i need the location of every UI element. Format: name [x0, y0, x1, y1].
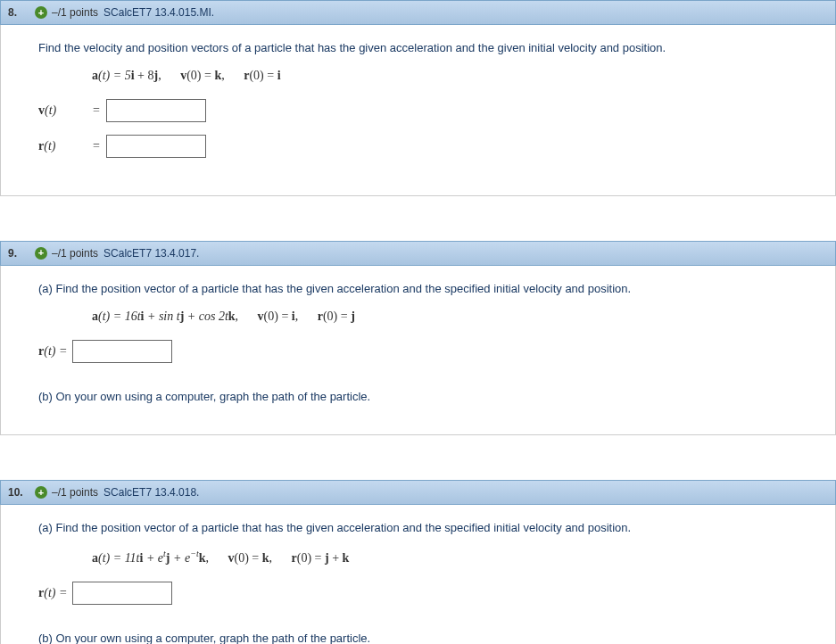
equals-sign: = [87, 139, 106, 153]
question-number: 10. [5, 486, 35, 499]
question-body: (a) Find the position vector of a partic… [0, 505, 836, 644]
equals-sign: = [87, 103, 106, 118]
part-a-label: (a) [38, 521, 56, 534]
answer-label: r(t) = [38, 344, 67, 359]
answer-label: r(t) = [38, 586, 67, 600]
part-b-label: (b) [38, 390, 56, 403]
question-8: 8. + –/1 points SCalcET7 13.4.015.MI. Fi… [0, 0, 836, 196]
position-input[interactable] [72, 340, 172, 363]
question-9: 9. + –/1 points SCalcET7 13.4.017. (a) F… [0, 241, 836, 436]
equation-line: a(t) = 16ti + sin tj + cos 2tk, v(0) = i… [92, 310, 824, 324]
points-label: –/1 points [52, 247, 98, 260]
velocity-input[interactable] [106, 99, 206, 122]
expand-icon[interactable]: + [35, 6, 47, 19]
textbook-reference: SCalcET7 13.4.015.MI. [103, 6, 214, 19]
part-b-label: (b) [38, 632, 56, 644]
answer-row-r: r(t) = [38, 340, 824, 363]
question-number: 8. [5, 6, 35, 19]
question-body: (a) Find the position vector of a partic… [0, 266, 836, 436]
textbook-reference: SCalcET7 13.4.018. [103, 486, 199, 499]
answer-label: v(t) [38, 103, 87, 118]
question-prompt: Find the velocity and position vectors o… [38, 39, 824, 58]
answer-row-r: r(t) = [38, 135, 824, 158]
question-body: Find the velocity and position vectors o… [0, 25, 836, 196]
expand-icon[interactable]: + [35, 247, 47, 260]
question-prompt: (a) Find the position vector of a partic… [38, 280, 824, 299]
question-number: 9. [5, 247, 35, 260]
question-header[interactable]: 9. + –/1 points SCalcET7 13.4.017. [0, 241, 836, 266]
part-a-label: (a) [38, 282, 56, 295]
equation-line: a(t) = 5i + 8j, v(0) = k, r(0) = i [92, 69, 824, 83]
question-prompt: (a) Find the position vector of a partic… [38, 519, 824, 538]
expand-icon[interactable]: + [35, 486, 47, 499]
answer-row-r: r(t) = [38, 582, 824, 605]
points-label: –/1 points [52, 6, 98, 19]
answer-row-v: v(t) = [38, 99, 824, 122]
question-header[interactable]: 8. + –/1 points SCalcET7 13.4.015.MI. [0, 0, 836, 25]
question-prompt-b: (b) On your own using a computer, graph … [38, 630, 824, 644]
question-10: 10. + –/1 points SCalcET7 13.4.018. (a) … [0, 480, 836, 644]
equation-line: a(t) = 11ti + etj + e−tk, v(0) = k, r(0)… [92, 549, 824, 566]
points-label: –/1 points [52, 486, 98, 499]
position-input[interactable] [72, 582, 172, 605]
position-input[interactable] [106, 135, 206, 158]
textbook-reference: SCalcET7 13.4.017. [103, 247, 199, 260]
question-header[interactable]: 10. + –/1 points SCalcET7 13.4.018. [0, 480, 836, 505]
question-prompt-b: (b) On your own using a computer, graph … [38, 388, 824, 407]
answer-label: r(t) [38, 139, 87, 153]
